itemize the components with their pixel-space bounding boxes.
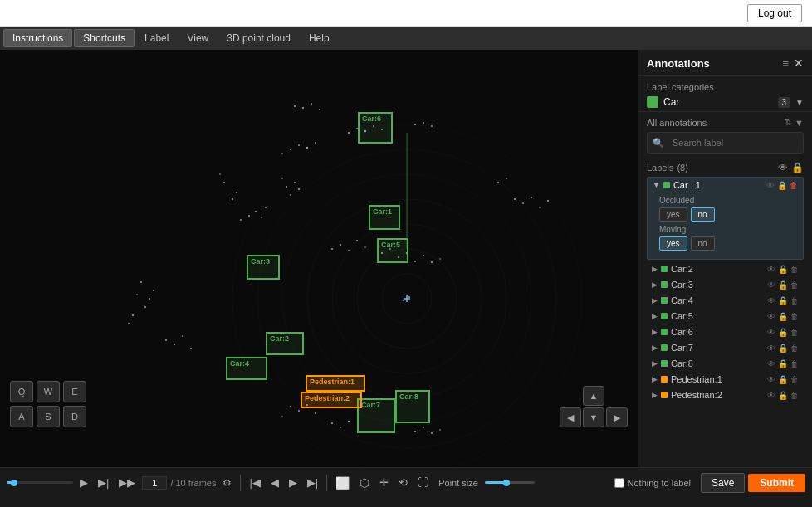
svg-point-41	[298, 410, 300, 412]
car2-vis[interactable]: 👁	[767, 265, 775, 274]
cam-up-button[interactable]: ▲	[583, 386, 604, 406]
car4-del[interactable]: 🗑	[790, 296, 799, 305]
car1-lock-icon[interactable]: 🔒	[777, 181, 787, 190]
car8-vis[interactable]: 👁	[767, 359, 775, 368]
cube-tool-button[interactable]: ⬜	[332, 475, 353, 491]
panel-icon-list[interactable]: ≡	[782, 57, 789, 70]
logout-button[interactable]: Log out	[747, 4, 802, 22]
anno-pedestrian2[interactable]: Pedestrian:2	[301, 392, 362, 408]
cam-right-button[interactable]: ▶	[606, 407, 628, 427]
car2-lock[interactable]: 🔒	[778, 265, 788, 274]
point-size-slider[interactable]	[485, 481, 535, 484]
moving-yes-button[interactable]: yes	[659, 236, 687, 251]
cam-left-button[interactable]: ◀	[560, 407, 581, 427]
car6-del[interactable]: 🗑	[790, 328, 799, 337]
anno-car2[interactable]: Car:2	[266, 332, 304, 355]
car4-lock[interactable]: 🔒	[778, 296, 788, 305]
menu-label[interactable]: Label	[136, 30, 177, 46]
ped2-vis[interactable]: 👁	[767, 391, 775, 400]
ped1-lock[interactable]: 🔒	[778, 375, 788, 384]
move-tool-button[interactable]: ✛	[376, 475, 392, 490]
car6-vis[interactable]: 👁	[767, 328, 775, 337]
anno-car3[interactable]: Car:3	[247, 255, 280, 280]
fullscreen-button[interactable]: ⛶	[414, 475, 432, 490]
sort-icon[interactable]: ⇅	[785, 117, 792, 128]
car7-vis[interactable]: 👁	[767, 344, 775, 353]
car7-del[interactable]: 🗑	[790, 344, 799, 353]
occluded-yes-button[interactable]: yes	[659, 207, 687, 222]
nothing-to-label-checkbox[interactable]	[614, 478, 624, 488]
prev-frame-button[interactable]: ◀	[267, 475, 282, 490]
submit-button[interactable]: Submit	[748, 474, 805, 492]
menu-view[interactable]: View	[179, 30, 217, 46]
label-pedestrian1[interactable]: ▶ Pedestrian:1 👁 🔒 🗑	[647, 372, 804, 387]
car3-del[interactable]: 🗑	[790, 280, 799, 290]
last-frame-button[interactable]: ▶|	[304, 475, 321, 490]
label-car6[interactable]: ▶ Car:6 👁 🔒 🗑	[647, 324, 804, 339]
car1-delete-icon[interactable]: 🗑	[790, 181, 798, 190]
rotate-tool-button[interactable]: ⟲	[395, 475, 411, 490]
car7-lock[interactable]: 🔒	[778, 344, 788, 353]
anno-car5[interactable]: Car:5	[377, 238, 408, 263]
canvas-area[interactable]: Car:6 Car:1 Car:5 Car:3 Car:2 Car:4 Car:…	[0, 50, 638, 467]
lock-all-icon[interactable]: 🔒	[791, 162, 804, 173]
progress-track[interactable]	[7, 481, 73, 484]
next-btn[interactable]: ▶	[286, 475, 301, 490]
category-dropdown-icon[interactable]: ▼	[795, 98, 804, 107]
label-car8[interactable]: ▶ Car:8 👁 🔒 🗑	[647, 356, 804, 371]
save-button[interactable]: Save	[701, 473, 745, 493]
menu-shortcuts[interactable]: Shortcuts	[74, 29, 135, 47]
label-car3[interactable]: ▶ Car:3 👁 🔒 🗑	[647, 277, 804, 292]
close-panel-button[interactable]: ✕	[794, 56, 804, 70]
car2-del[interactable]: 🗑	[790, 265, 799, 274]
next-frame-button[interactable]: ▶|	[95, 475, 112, 490]
ped1-vis[interactable]: 👁	[767, 375, 775, 384]
car1-visibility-icon[interactable]: 👁	[766, 181, 775, 190]
key-a[interactable]: A	[10, 406, 33, 427]
menu-3d-point-cloud[interactable]: 3D point cloud	[218, 30, 299, 46]
car3-vis[interactable]: 👁	[767, 280, 775, 290]
key-d[interactable]: D	[63, 406, 86, 427]
car8-lock[interactable]: 🔒	[778, 359, 788, 368]
ped1-del[interactable]: 🗑	[790, 375, 799, 384]
car1-header[interactable]: ▼ Car : 1 👁 🔒 🗑	[648, 178, 803, 193]
car5-lock[interactable]: 🔒	[778, 312, 788, 321]
menu-instructions[interactable]: Instructions	[3, 29, 72, 47]
label-car4[interactable]: ▶ Car:4 👁 🔒 🗑	[647, 293, 804, 308]
key-q[interactable]: Q	[10, 381, 33, 402]
car8-del[interactable]: 🗑	[790, 359, 799, 368]
filter-icon[interactable]: ▼	[795, 118, 804, 128]
fast-forward-button[interactable]: ▶▶	[115, 475, 139, 490]
ped2-lock[interactable]: 🔒	[778, 391, 788, 400]
label-car2[interactable]: ▶ Car:2 👁 🔒 🗑	[647, 261, 804, 276]
visibility-all-icon[interactable]: 👁	[778, 162, 788, 173]
menu-help[interactable]: Help	[301, 30, 338, 46]
occluded-no-button[interactable]: no	[691, 207, 715, 222]
label-pedestrian2[interactable]: ▶ Pedestrian:2 👁 🔒 🗑	[647, 388, 804, 402]
key-s[interactable]: S	[37, 406, 60, 427]
anno-car7[interactable]: Car:7	[357, 398, 395, 433]
car3-lock[interactable]: 🔒	[778, 280, 788, 290]
play-button[interactable]: ▶	[76, 475, 91, 490]
annotation-search-input[interactable]	[668, 135, 798, 150]
transform-tool-button[interactable]: ⬡	[356, 475, 373, 491]
car4-vis[interactable]: 👁	[767, 296, 775, 305]
cam-down-button[interactable]: ▼	[583, 407, 604, 427]
key-e[interactable]: E	[63, 381, 86, 402]
first-frame-button[interactable]: |◀	[246, 475, 263, 490]
label-car7[interactable]: ▶ Car:7 👁 🔒 🗑	[647, 340, 804, 355]
car6-lock[interactable]: 🔒	[778, 328, 788, 337]
car5-del[interactable]: 🗑	[790, 312, 799, 321]
anno-pedestrian1[interactable]: Pedestrian:1	[306, 375, 365, 392]
key-w[interactable]: W	[37, 381, 60, 402]
anno-car4[interactable]: Car:4	[226, 357, 267, 380]
moving-no-button[interactable]: no	[691, 236, 715, 251]
anno-car8[interactable]: Car:8	[395, 390, 430, 423]
settings-button[interactable]: ⚙	[219, 475, 235, 490]
ped2-del[interactable]: 🗑	[790, 391, 799, 400]
car5-vis[interactable]: 👁	[767, 312, 775, 321]
anno-car6[interactable]: Car:6	[358, 112, 393, 144]
current-frame-input[interactable]	[142, 476, 167, 490]
label-car5[interactable]: ▶ Car:5 👁 🔒 🗑	[647, 309, 804, 324]
anno-car1[interactable]: Car:1	[369, 205, 400, 230]
